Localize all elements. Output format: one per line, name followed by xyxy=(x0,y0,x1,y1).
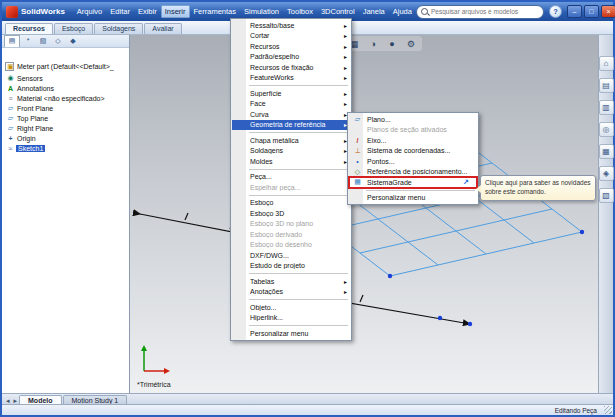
whats-new-icon[interactable] xyxy=(463,178,469,186)
submenu-item[interactable]: Planos de seção ativados ▸ xyxy=(349,125,477,136)
menu-separator xyxy=(249,169,348,170)
grid-icon xyxy=(351,178,364,186)
commandmanager-tab[interactable]: Soldagens xyxy=(94,23,143,34)
tree-root[interactable]: Meter part (Default<<Default>_ xyxy=(5,62,127,71)
submenu-item[interactable]: SistemaGrade ▸ xyxy=(349,177,477,188)
menu-item[interactable]: Moldes ▸ xyxy=(232,156,350,167)
menu-item[interactable]: Hiperlink... ▸ xyxy=(232,313,350,324)
menubar-item[interactable]: Janela xyxy=(359,5,389,18)
menu-item[interactable]: FeatureWorks ▸ xyxy=(232,73,350,84)
custom-properties-icon[interactable]: ▧ xyxy=(599,188,614,203)
plane-icon xyxy=(4,124,17,132)
menu-item[interactable]: Tabelas ▸ xyxy=(232,276,350,287)
configurationmanager-tab-icon[interactable]: ▧ xyxy=(36,35,50,46)
graphics-viewport[interactable]: ⊕⊡↺◧▣▦◑●⚙ *Trimétrica xyxy=(130,34,598,393)
apply-scene-icon[interactable]: ⚙ xyxy=(403,37,419,50)
minimize-button[interactable]: – xyxy=(567,5,582,18)
menu-item[interactable]: Espelhar peça... ▸ xyxy=(232,182,350,193)
view-palette-icon[interactable]: ▦ xyxy=(599,144,614,159)
tree-item[interactable]: Annotations xyxy=(16,83,127,93)
tree-item[interactable]: Origin xyxy=(16,133,127,143)
tree-items: Sensors Annotations Material <não especi… xyxy=(5,73,127,153)
menu-item[interactable]: Estudo de projeto ▸ xyxy=(232,261,350,272)
menu-item[interactable]: Esboço 3D ▸ xyxy=(232,208,350,219)
hide-show-items-icon[interactable]: ◑ xyxy=(365,37,381,50)
submenu-item[interactable]: Eixo... ▸ xyxy=(349,135,477,146)
menu-item[interactable]: Recursos de fixação ▸ xyxy=(232,62,350,73)
menu-item[interactable]: Peça... ▸ xyxy=(232,172,350,183)
feature-tree: Meter part (Default<<Default>_ Sensors A… xyxy=(2,48,129,153)
menu-separator xyxy=(249,299,348,300)
search-icon[interactable]: ◎ xyxy=(599,122,614,137)
appearances-icon[interactable]: ◈ xyxy=(599,166,614,181)
help-icon[interactable]: ? xyxy=(549,5,562,18)
menu-item[interactable]: Curva ▸ xyxy=(232,109,350,120)
search-box[interactable] xyxy=(416,5,544,19)
menubar-item[interactable]: Toolbox xyxy=(283,5,317,18)
menu-item[interactable]: Esboço ▸ xyxy=(232,198,350,209)
menu-item[interactable]: Objeto... ▸ xyxy=(232,302,350,313)
tree-item[interactable]: Front Plane xyxy=(16,103,127,113)
material-icon xyxy=(4,95,17,102)
tree-item[interactable]: Material <não especificado> xyxy=(16,93,127,103)
menubar-item[interactable]: Simulation xyxy=(240,5,283,18)
insert-menu: Ressalto/base ▸ Cortar ▸ Recursos ▸ Padr… xyxy=(230,18,352,341)
search-input[interactable] xyxy=(431,8,539,15)
axis-icon xyxy=(351,137,364,144)
featuremanager-tab-icon[interactable]: ▤ xyxy=(4,35,20,47)
submenu-arrow-icon: ▸ xyxy=(344,74,347,81)
menu-item[interactable]: Cortar ▸ xyxy=(232,31,350,42)
tree-item[interactable]: Sketch1 xyxy=(16,143,127,153)
solidworks-resources-icon[interactable]: ⌂ xyxy=(599,56,614,71)
menubar-item[interactable]: Inserir xyxy=(161,5,190,18)
dimxpert-tab-icon[interactable]: ◇ xyxy=(51,35,65,46)
status-bar: Editando Peça xyxy=(2,404,613,415)
commandmanager-tab[interactable]: Recursos xyxy=(5,23,53,34)
menu-item[interactable]: Geometria de referência ▸ xyxy=(232,120,350,131)
submenu-item[interactable]: Sistema de coordenadas... ▸ xyxy=(349,146,477,157)
menubar-item[interactable]: Ajuda xyxy=(389,5,416,18)
resize-grip[interactable] xyxy=(604,406,612,414)
displaymanager-tab-icon[interactable]: ◆ xyxy=(66,35,80,46)
menu-item[interactable]: Anotações ▸ xyxy=(232,287,350,298)
close-button[interactable]: × xyxy=(601,5,615,18)
submenu-item[interactable]: Personalizar menu ▸ xyxy=(349,193,477,204)
menu-item[interactable]: Personalizar menu ▸ xyxy=(232,328,350,339)
submenu-item[interactable]: Pontos... ▸ xyxy=(349,156,477,167)
menu-item[interactable]: DXF/DWG... ▸ xyxy=(232,250,350,261)
menu-item[interactable]: Ressalto/base ▸ xyxy=(232,20,350,31)
panel-tab-bar: ▤*▧◇◆ xyxy=(2,34,129,48)
tree-item[interactable]: Sensors xyxy=(16,73,127,83)
menu-item[interactable]: Esboço derivado ▸ xyxy=(232,229,350,240)
commandmanager-tab[interactable]: Esboço xyxy=(54,23,93,34)
menu-item[interactable]: Superfície ▸ xyxy=(232,88,350,99)
tree-item[interactable]: Right Plane xyxy=(16,123,127,133)
sketch-icon xyxy=(4,145,17,152)
search-icon xyxy=(421,8,428,15)
menubar-item[interactable]: Exibir xyxy=(134,5,161,18)
menu-item[interactable]: Recursos ▸ xyxy=(232,41,350,52)
menu-separator xyxy=(249,132,348,133)
restore-button[interactable]: □ xyxy=(584,5,599,18)
menu-item[interactable]: Esboço 3D no plano ▸ xyxy=(232,219,350,230)
menu-item[interactable]: Soldagens ▸ xyxy=(232,146,350,157)
submenu-item[interactable]: Plano... ▸ xyxy=(349,114,477,125)
view-orientation-label: *Trimétrica xyxy=(137,381,171,388)
file-explorer-icon[interactable]: ▥ xyxy=(599,100,614,115)
menubar-item[interactable]: Editar xyxy=(106,5,134,18)
edit-appearance-icon[interactable]: ● xyxy=(384,37,400,50)
window-buttons: –□× xyxy=(567,5,615,18)
origin-triad-icon xyxy=(130,337,176,383)
menu-item[interactable]: Chapa metálica ▸ xyxy=(232,135,350,146)
commandmanager-tab[interactable]: Avaliar xyxy=(144,23,181,34)
design-library-icon[interactable]: ▤ xyxy=(599,78,614,93)
tree-item[interactable]: Top Plane xyxy=(16,113,127,123)
menubar-item[interactable]: 3DControl xyxy=(317,5,359,18)
submenu-item[interactable]: Referência de posicionamento... ▸ xyxy=(349,167,477,178)
menu-item[interactable]: Padrão/espelho ▸ xyxy=(232,52,350,63)
menu-item[interactable]: Esboço do desenho ▸ xyxy=(232,240,350,251)
menu-item[interactable]: Face ▸ xyxy=(232,99,350,110)
menubar-item[interactable]: Arquivo xyxy=(73,5,106,18)
propertymanager-tab-icon[interactable]: * xyxy=(21,35,35,46)
menubar-item[interactable]: Ferramentas xyxy=(190,5,241,18)
